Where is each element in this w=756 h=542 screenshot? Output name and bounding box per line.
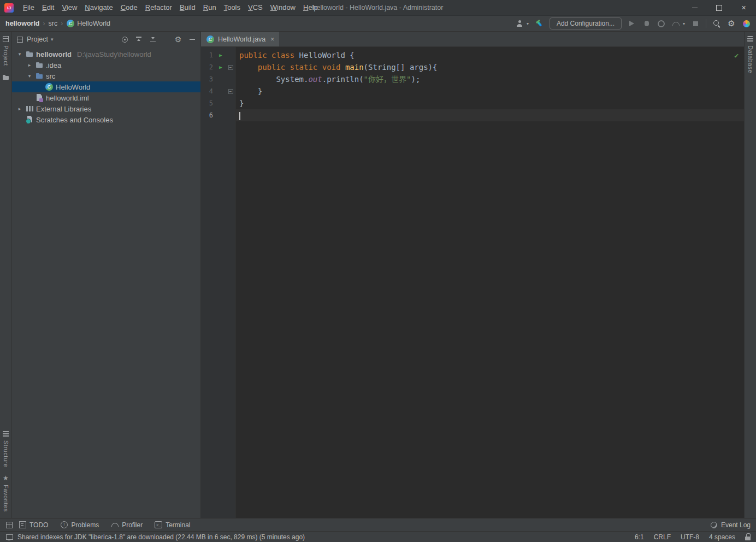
tree-item-helloworld[interactable]: HelloWorld	[12, 81, 200, 92]
toolwindow-button-problems[interactable]: Problems	[60, 521, 99, 529]
breadcrumb-label: src	[49, 20, 58, 27]
tree-item-idea[interactable]: ▸.idea	[12, 60, 200, 70]
indent-widget[interactable]: 4 spaces	[709, 533, 735, 541]
left-toolwindow-stripe: Project Structure ★ Favorites	[0, 32, 12, 518]
menu-file[interactable]: File	[19, 0, 38, 15]
menu-tools[interactable]: Tools	[220, 0, 244, 15]
user-dropdown-icon[interactable]	[516, 19, 524, 28]
tree-item-label: .idea	[46, 61, 61, 69]
code-line-3[interactable]: 3 System.out.println("你好，世界");	[201, 73, 744, 85]
hide-panel-icon[interactable]	[188, 36, 196, 43]
menu-navigate[interactable]: Navigate	[81, 0, 116, 15]
toolwindow-button-terminal[interactable]: Terminal	[155, 521, 190, 529]
code-token: main	[345, 63, 364, 72]
code-token: (String[] args){	[364, 63, 438, 72]
code-editor[interactable]: ✔ 1▶public class HelloWorld {2▶− public …	[201, 47, 744, 518]
stripe-label-database: Database	[747, 45, 754, 73]
tree-chevron-down-icon[interactable]: ▾	[16, 51, 23, 57]
maximize-button[interactable]	[707, 0, 731, 15]
stripe-button-project[interactable]: Project	[2, 32, 9, 70]
close-button[interactable]: ×	[731, 0, 756, 15]
line-separator-widget[interactable]: CRLF	[654, 533, 671, 541]
code-token: out	[308, 75, 322, 84]
tree-chevron-right-icon[interactable]: ▸	[26, 62, 33, 68]
code-line-5[interactable]: 5}	[201, 97, 744, 109]
debug-button-icon[interactable]	[642, 19, 651, 28]
code-token: .println(	[322, 75, 364, 84]
tree-item-external-libraries[interactable]: ▸External Libraries	[12, 103, 200, 114]
settings-gear-icon[interactable]: ⚙	[727, 19, 736, 28]
breadcrumb-item-helloworld[interactable]: HelloWorld	[66, 19, 110, 28]
fold-box: −	[228, 65, 233, 70]
expand-all-icon[interactable]	[149, 36, 157, 43]
toolwindow-switcher-icon[interactable]	[5, 521, 13, 529]
encoding-widget[interactable]: UTF-8	[681, 533, 699, 541]
scratches-icon	[25, 115, 34, 124]
menu-refactor[interactable]: Refactor	[141, 0, 176, 15]
stripe-button-structure[interactable]: Structure	[2, 427, 9, 471]
database-toolwindow-icon	[747, 36, 753, 42]
run-line-icon[interactable]: ▶	[215, 61, 226, 73]
tree-chevron-right-icon[interactable]: ▸	[16, 106, 23, 111]
caret-position-widget[interactable]: 6:1	[635, 533, 644, 541]
status-bar: Shared indexes for JDK "liberica-1.8" ar…	[0, 531, 756, 542]
status-message-icon	[5, 534, 13, 540]
project-tree: ▾helloworldD:\javaStudy\helloworld▸.idea…	[12, 47, 200, 518]
code-line-1[interactable]: 1▶public class HelloWorld {	[201, 49, 744, 61]
breadcrumb-item-src[interactable]: src	[49, 20, 58, 27]
project-panel-title[interactable]: Project	[27, 36, 48, 43]
menu-view[interactable]: View	[58, 0, 81, 15]
menu-code[interactable]: Code	[117, 0, 141, 15]
code-line-6[interactable]: 6	[201, 109, 744, 121]
tree-item-helloworld-iml[interactable]: helloworld.iml	[12, 92, 200, 103]
todo-icon	[19, 521, 26, 529]
minimize-button[interactable]	[682, 0, 707, 15]
code-line-2[interactable]: 2▶− public static void main(String[] arg…	[201, 61, 744, 73]
stop-button-icon[interactable]	[691, 19, 700, 28]
collapse-all-icon[interactable]	[135, 36, 143, 43]
app-icon[interactable]: IJ	[4, 3, 14, 13]
fold-marker-icon[interactable]: −	[226, 85, 235, 97]
code-token: );	[411, 75, 420, 84]
menu-build[interactable]: Build	[176, 0, 199, 15]
plugin-sphere-icon[interactable]	[742, 19, 751, 28]
toolwindow-button-profiler[interactable]: Profiler	[111, 521, 143, 529]
menu-window[interactable]: Window	[267, 0, 299, 15]
class-icon	[45, 83, 53, 91]
breadcrumb-item-helloworld[interactable]: helloworld	[5, 20, 40, 27]
stripe-button-favorites[interactable]: ★ Favorites	[2, 471, 9, 516]
project-view-dropdown-icon[interactable]: ▾	[51, 37, 54, 42]
profiler-dropdown-caret-icon: ▾	[683, 21, 685, 26]
profiler-button-icon[interactable]	[672, 19, 681, 28]
favorites-star-icon: ★	[2, 475, 9, 482]
run-button-icon[interactable]	[628, 19, 636, 28]
inspection-ok-icon[interactable]: ✔	[734, 51, 739, 60]
status-message[interactable]: Shared indexes for JDK "liberica-1.8" ar…	[17, 533, 305, 541]
breadcrumb-label: helloworld	[5, 20, 40, 27]
search-everywhere-icon[interactable]	[712, 19, 721, 28]
build-hammer-icon[interactable]	[535, 19, 544, 28]
readonly-lock-icon[interactable]	[745, 533, 751, 540]
panel-settings-gear-icon[interactable]: ⚙	[174, 36, 182, 43]
locate-file-icon[interactable]	[121, 36, 128, 43]
event-log-button[interactable]: Event Log	[710, 521, 751, 529]
toolwindow-button-label: Profiler	[122, 521, 143, 529]
menu-edit[interactable]: Edit	[38, 0, 58, 15]
add-configuration-button[interactable]: Add Configuration...	[550, 17, 622, 30]
tree-chevron-down-icon[interactable]: ▾	[26, 73, 33, 79]
menu-run[interactable]: Run	[199, 0, 220, 15]
menu-vcs[interactable]: VCS	[244, 0, 267, 15]
tab-close-icon[interactable]: ×	[270, 36, 274, 43]
run-line-icon[interactable]: ▶	[215, 49, 226, 61]
toolbar-divider	[706, 19, 706, 28]
toolwindow-button-todo[interactable]: TODO	[19, 521, 48, 529]
tree-item-scratches-and-consoles[interactable]: Scratches and Consoles	[12, 114, 200, 125]
tab-helloworld-java[interactable]: HelloWorld.java ×	[201, 32, 279, 46]
stripe-button-commit[interactable]	[2, 70, 9, 85]
code-line-4[interactable]: 4− }	[201, 85, 744, 97]
stripe-button-database[interactable]: Database	[747, 32, 754, 77]
fold-marker-icon[interactable]: −	[226, 61, 235, 73]
tree-item-helloworld[interactable]: ▾helloworldD:\javaStudy\helloworld	[12, 49, 200, 60]
coverage-button-icon[interactable]	[657, 19, 666, 28]
tree-item-src[interactable]: ▾src	[12, 70, 200, 81]
